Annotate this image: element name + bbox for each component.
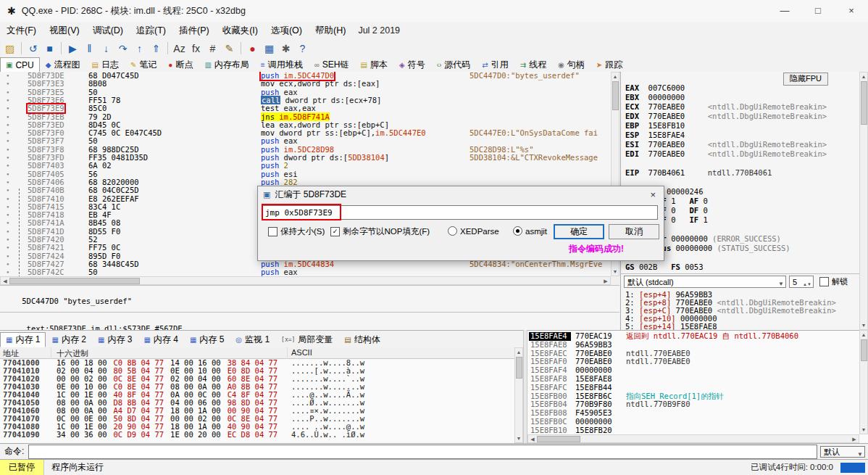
tab-symbols[interactable]: ◈符号	[393, 57, 431, 73]
tab-seh[interactable]: ∞SEH链	[309, 57, 355, 73]
registers-vscrollbar[interactable]: ▲ ▼	[859, 72, 868, 330]
disasm-hscrollbar[interactable]: ◀ ▶	[0, 276, 611, 285]
scroll-right-icon[interactable]: ▶	[603, 278, 609, 284]
tab-memory-4[interactable]: ▦内存 4	[138, 332, 183, 347]
execute-till-return-icon[interactable]: ↑	[131, 41, 148, 57]
tab-source[interactable]: ‹›源代码	[431, 57, 477, 73]
tab-memory-2[interactable]: ▦内存 2	[46, 332, 91, 347]
keep-size-option[interactable]: 保持大小(S)	[268, 226, 325, 237]
dialog-title-bar[interactable]: ▣ 汇编于 5D8F73DE ×	[258, 186, 664, 202]
disasm-row[interactable]: ●5D8F73E38B08mov ecx,dword ptr ds:[eax]	[0, 80, 611, 88]
scroll-up-icon[interactable]: ▲	[860, 332, 867, 337]
xedparse-radio[interactable]	[448, 226, 457, 236]
cancel-button[interactable]: 取消	[609, 224, 659, 239]
hash-icon[interactable]: #	[204, 41, 221, 57]
pause-icon[interactable]: ‖	[81, 41, 98, 57]
dialog-close-button[interactable]: ×	[647, 189, 659, 200]
scroll-thumb[interactable]	[537, 436, 580, 442]
register-line[interactable]: EIP 770B4061 ntdll.770B4061	[625, 168, 772, 178]
scroll-thumb[interactable]	[612, 81, 619, 110]
az-icon[interactable]: Az	[171, 41, 188, 57]
disasm-row[interactable]: ●5D8F73E985C0test eax,eax	[0, 104, 611, 112]
scroll-left-icon[interactable]: ◀	[530, 437, 535, 442]
tab-memory-5[interactable]: ▦内存 5	[184, 332, 230, 347]
tab-script[interactable]: ▤脚本	[355, 57, 393, 73]
scroll-right-icon[interactable]: ▶	[851, 437, 857, 442]
nop-fill-option[interactable]: ✓ 剩余字节以NOP填充(F)	[330, 226, 430, 237]
close-button[interactable]: ×	[835, 0, 868, 22]
dump-row[interactable]: 7704109034 00 36 000C D9 04 771E 00 20 0…	[0, 431, 523, 439]
register-line[interactable]: ECX 770EABE0 <ntdll.DbgUiRemoteBreakin>	[625, 102, 827, 112]
command-dropdown[interactable]: 默认 ▼	[820, 446, 865, 458]
tab-threads[interactable]: ⇉线程	[514, 57, 552, 73]
stack-row[interactable]: 15E8FB1015E8FB20	[527, 426, 868, 435]
tab-struct[interactable]: ▤结构体	[338, 332, 385, 347]
register-line[interactable]: EAX 007C6000	[625, 83, 685, 93]
help-icon[interactable]: ?	[294, 41, 311, 57]
register-line[interactable]: EDX 770EABE0 <ntdll.DbgUiRemoteBreakin>	[625, 112, 827, 121]
convention-dropdown[interactable]: 默认 (stdcall) ▼	[624, 276, 786, 288]
hide-fpu-button[interactable]: 隐藏FPU	[783, 73, 828, 86]
tab-memory-1[interactable]: ▦内存 1	[0, 332, 46, 347]
register-line[interactable]: EBX 00000000	[625, 93, 685, 102]
tab-call-stack[interactable]: ≡调用堆栈	[255, 57, 309, 73]
menu-view[interactable]: 视图(V)	[43, 22, 86, 40]
stack-row[interactable]: 15E8FAFC15E8FB44	[527, 384, 868, 392]
scroll-down-icon[interactable]: ▼	[515, 436, 522, 441]
settings-icon[interactable]: ✱	[277, 41, 294, 57]
memory-map-icon[interactable]: ▦	[261, 41, 277, 57]
run-to-user-code-icon[interactable]: ⇑	[148, 41, 164, 57]
step-over-icon[interactable]: ↷	[114, 41, 131, 57]
fx-icon[interactable]: fx	[188, 41, 204, 57]
scroll-up-icon[interactable]: ▲	[860, 74, 867, 79]
stepper-arrows-icon[interactable]: ▲▼	[803, 278, 811, 290]
asmjit-option[interactable]: asmjit	[513, 226, 547, 236]
scroll-up-icon[interactable]: ▲	[612, 74, 619, 79]
menu-help[interactable]: 帮助(H)	[309, 22, 352, 40]
disasm-row[interactable]: ●5D8F742C50push eax	[0, 268, 611, 276]
patch-icon[interactable]: ✎	[221, 41, 238, 57]
maximize-button[interactable]: □	[801, 0, 835, 22]
tab-memory-3[interactable]: ▦内存 3	[92, 332, 138, 347]
restart-icon[interactable]: ↺	[25, 41, 41, 57]
tab-watch-1[interactable]: ◎监视 1	[230, 332, 275, 347]
menu-debug[interactable]: 调试(D)	[86, 22, 130, 40]
stop-icon[interactable]: ■	[41, 41, 58, 57]
scroll-down-icon[interactable]: ▼	[860, 323, 867, 328]
scroll-thumb[interactable]	[9, 278, 140, 284]
register-line[interactable]: EDI 770EABE0 <ntdll.DbgUiRemoteBreakin>	[625, 149, 827, 159]
dump-vscrollbar[interactable]: ▲ ▼	[514, 347, 523, 443]
assembly-input[interactable]	[262, 205, 658, 220]
tab-breakpoints[interactable]: ●断点	[162, 57, 199, 73]
run-icon[interactable]: ▶	[64, 41, 81, 57]
asmjit-radio[interactable]	[513, 226, 522, 236]
tab-handles[interactable]: ◉句柄	[552, 57, 591, 73]
register-line[interactable]: EBP 15E8FB10	[625, 121, 685, 131]
breakpoint-icon[interactable]: ●	[244, 41, 261, 57]
tab-graph[interactable]: ◆流程图	[40, 57, 86, 73]
keep-size-checkbox[interactable]	[268, 227, 277, 236]
tab-log[interactable]: ▤日志	[86, 57, 125, 73]
register-line[interactable]: GS 002B FS 0053	[625, 263, 704, 272]
disasm-row[interactable]: ●5D8F74036A 02push 2	[0, 162, 611, 170]
unlock-option[interactable]: 解锁	[819, 276, 848, 287]
tab-locals[interactable]: [x=]局部变量	[275, 332, 338, 347]
stack-hscrollbar[interactable]: ◀ ▶	[527, 434, 859, 443]
xedparse-option[interactable]: XEDParse	[448, 226, 499, 236]
menu-file[interactable]: 文件(F)	[0, 22, 43, 40]
minimize-button[interactable]: —	[768, 0, 801, 22]
menu-trace[interactable]: 追踪(T)	[130, 22, 172, 40]
tab-memory-map[interactable]: ▥内存布局	[199, 57, 254, 73]
scroll-left-icon[interactable]: ◀	[2, 278, 8, 284]
register-line[interactable]: ESI 770EABE0 <ntdll.DbgUiRemoteBreakin>	[625, 140, 827, 149]
scroll-thumb[interactable]	[861, 81, 867, 125]
register-line[interactable]: ESP 15E8FAE4	[625, 131, 685, 140]
step-into-icon[interactable]: ↓	[98, 41, 114, 57]
stack-row[interactable]: 15E8FAE896A59BB3	[527, 341, 868, 350]
menu-plugins[interactable]: 插件(P)	[172, 22, 216, 40]
argument-line[interactable]: 5: [esp+14] 15E8FAE8	[625, 323, 717, 330]
open-file-icon[interactable]: ▨	[1, 41, 18, 57]
tab-notes[interactable]: ✎笔记	[125, 57, 162, 73]
tab-trace[interactable]: ➤跟踪	[591, 57, 628, 73]
command-input[interactable]	[28, 445, 817, 459]
